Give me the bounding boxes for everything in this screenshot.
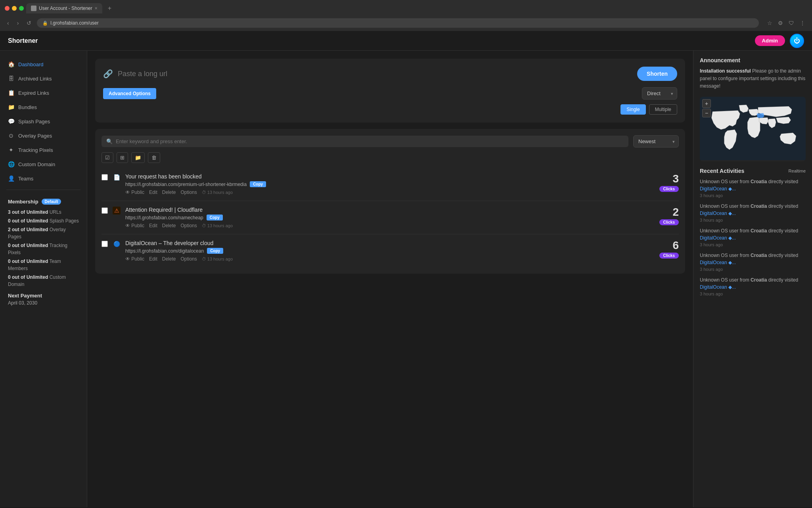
url-input[interactable] bbox=[118, 70, 632, 78]
refresh-btn[interactable]: ↺ bbox=[24, 18, 34, 28]
link-stats-3: 6 Clicks bbox=[659, 240, 679, 259]
move-btn[interactable]: ⊞ bbox=[117, 152, 128, 163]
activity-time-2: 3 hours ago bbox=[700, 218, 806, 222]
multiple-mode-btn[interactable]: Multiple bbox=[649, 104, 677, 115]
public-btn-3[interactable]: 👁 Public bbox=[125, 256, 144, 262]
link-time-3: ⏱ 13 hours ago bbox=[202, 257, 233, 261]
user-avatar[interactable]: ⏻ bbox=[790, 34, 804, 48]
copy-btn-1[interactable]: Copy bbox=[250, 181, 266, 187]
forward-btn[interactable]: › bbox=[15, 18, 21, 28]
link-checkbox-2[interactable] bbox=[102, 207, 108, 214]
options-btn-3[interactable]: Options bbox=[180, 256, 197, 262]
link-short-url-3: https://l.grohsfabian.com/digitalocean bbox=[125, 248, 204, 254]
delete-btn[interactable]: 🗑 bbox=[148, 152, 160, 163]
activity-link-2[interactable]: DigitalOcean ◆... bbox=[700, 211, 736, 216]
activity-link-3[interactable]: DigitalOcean ◆... bbox=[700, 235, 736, 241]
delete-btn-1[interactable]: Delete bbox=[162, 190, 176, 195]
membership-row-overlay: 2 out of Unlimited Overlay Pages bbox=[8, 226, 79, 240]
sidebar-item-teams[interactable]: 👤 Teams bbox=[0, 171, 87, 186]
tab-title: User Account - Shortener bbox=[39, 6, 92, 11]
sidebar-item-archived-links[interactable]: 🗄 Archived Links bbox=[0, 71, 87, 86]
single-mode-btn[interactable]: Single bbox=[620, 104, 645, 115]
bookmark-btn[interactable]: ☆ bbox=[765, 19, 774, 27]
traffic-light-green[interactable] bbox=[19, 6, 24, 11]
sidebar-item-overlay-pages[interactable]: ⊙ Overlay Pages bbox=[0, 128, 87, 143]
sidebar-item-custom-domain[interactable]: 🌐 Custom Domain bbox=[0, 157, 87, 171]
activity-link-4[interactable]: DigitalOcean ◆... bbox=[700, 260, 736, 265]
search-wrap: 🔍 bbox=[102, 136, 628, 147]
select-all-btn[interactable]: ☑ bbox=[102, 152, 113, 163]
app-logo: Shortener bbox=[8, 37, 38, 44]
edit-btn-1[interactable]: Edit bbox=[149, 190, 157, 195]
folder-btn[interactable]: 📁 bbox=[131, 152, 145, 163]
links-toolbar: ☑ ⊞ 📁 🗑 bbox=[102, 152, 679, 163]
overlay-icon: ⊙ bbox=[8, 132, 14, 139]
link-short-url-1: https://l.grohsfabian.com/premium-url-sh… bbox=[125, 182, 247, 187]
extension-btn[interactable]: 🛡 bbox=[787, 19, 796, 27]
clicks-badge-1: Clicks bbox=[659, 186, 679, 192]
avatar-icon: ⏻ bbox=[794, 37, 800, 44]
link-body-1: Your request has been blocked https://l.… bbox=[125, 173, 655, 195]
edit-btn-3[interactable]: Edit bbox=[149, 256, 157, 262]
map-zoom-out[interactable]: − bbox=[702, 109, 711, 117]
sidebar-label-splash: Splash Pages bbox=[18, 119, 50, 125]
announcement-title: Announcement bbox=[700, 57, 806, 63]
advanced-options-btn[interactable]: Advanced Options bbox=[103, 88, 156, 99]
admin-btn[interactable]: Admin bbox=[755, 35, 785, 46]
public-btn-2[interactable]: 👁 Public bbox=[125, 223, 144, 228]
address-bar[interactable]: 🔒 l.grohsfabian.com/user bbox=[37, 18, 759, 28]
link-checkbox-3[interactable] bbox=[102, 241, 108, 247]
options-btn-1[interactable]: Options bbox=[180, 190, 197, 195]
new-tab-btn[interactable]: + bbox=[105, 3, 115, 13]
shorten-btn[interactable]: Shorten bbox=[637, 67, 677, 81]
type-select[interactable]: Direct Splash Overlay bbox=[642, 87, 677, 100]
world-map bbox=[700, 97, 806, 160]
browser-tab[interactable]: User Account - Shortener × bbox=[26, 3, 102, 13]
home-icon: 🏠 bbox=[8, 61, 14, 67]
membership-title: Membership Default bbox=[8, 199, 79, 205]
search-input[interactable] bbox=[116, 138, 624, 144]
sidebar-item-expired-links[interactable]: 📋 Expired Links bbox=[0, 86, 87, 100]
map-controls: + − bbox=[702, 99, 711, 117]
link-title-3: DigitalOcean – The developer cloud bbox=[125, 240, 655, 246]
delete-btn-3[interactable]: Delete bbox=[162, 256, 176, 262]
delete-btn-2[interactable]: Delete bbox=[162, 223, 176, 228]
announcement-text: Installation successful Please go to the… bbox=[700, 67, 806, 90]
app: Shortener Admin ⏻ 🏠 Dashboard 🗄 Archived… bbox=[0, 31, 812, 507]
sidebar-item-tracking-pixels[interactable]: ✦ Tracking Pixels bbox=[0, 143, 87, 157]
activity-item-3: Unknown OS user from Croatia directly vi… bbox=[700, 227, 806, 247]
activity-link-1[interactable]: DigitalOcean ◆... bbox=[700, 186, 736, 192]
url-input-row: 🔗 Shorten bbox=[103, 67, 677, 81]
sidebar-item-splash-pages[interactable]: 💬 Splash Pages bbox=[0, 114, 87, 128]
membership-row-domain: 0 out of Unlimited Custom Domain bbox=[8, 274, 79, 288]
copy-btn-2[interactable]: Copy bbox=[207, 215, 223, 220]
sidebar-divider bbox=[6, 190, 80, 190]
sidebar-label-overlay: Overlay Pages bbox=[18, 133, 52, 139]
edit-btn-2[interactable]: Edit bbox=[149, 223, 157, 228]
activity-link-5[interactable]: DigitalOcean ◆... bbox=[700, 284, 736, 290]
link-favicon-1: 📄 bbox=[113, 173, 121, 181]
traffic-light-red[interactable] bbox=[5, 6, 10, 11]
settings-btn[interactable]: ⚙ bbox=[776, 19, 785, 27]
link-stats-2: 2 Clicks bbox=[659, 207, 679, 225]
link-time-2: ⏱ 13 hours ago bbox=[202, 223, 233, 228]
activity-item-4: Unknown OS user from Croatia directly vi… bbox=[700, 252, 806, 272]
next-payment: Next Payment April 03, 2030 bbox=[8, 293, 79, 306]
back-btn[interactable]: ‹ bbox=[5, 18, 11, 28]
search-icon: 🔍 bbox=[106, 138, 113, 144]
traffic-light-yellow[interactable] bbox=[12, 6, 17, 11]
link-checkbox-1[interactable] bbox=[102, 174, 108, 180]
sidebar: 🏠 Dashboard 🗄 Archived Links 📋 Expired L… bbox=[0, 51, 87, 507]
copy-btn-3[interactable]: Copy bbox=[207, 248, 223, 254]
sidebar-item-dashboard[interactable]: 🏠 Dashboard bbox=[0, 57, 87, 71]
sidebar-item-bundles[interactable]: 📁 Bundles bbox=[0, 100, 87, 114]
map-zoom-in[interactable]: + bbox=[702, 99, 711, 108]
options-btn-2[interactable]: Options bbox=[180, 223, 197, 228]
sort-select[interactable]: Newest Oldest Most Clicks Least Clicks bbox=[633, 135, 679, 148]
announcement-bold: Installation successful bbox=[700, 68, 751, 74]
tab-close-btn[interactable]: × bbox=[95, 6, 98, 11]
menu-btn[interactable]: ⋮ bbox=[798, 19, 807, 27]
activity-text-1: Unknown OS user from Croatia directly vi… bbox=[700, 178, 806, 192]
link-body-3: DigitalOcean – The developer cloud https… bbox=[125, 240, 655, 262]
public-btn-1[interactable]: 👁 Public bbox=[125, 190, 144, 195]
